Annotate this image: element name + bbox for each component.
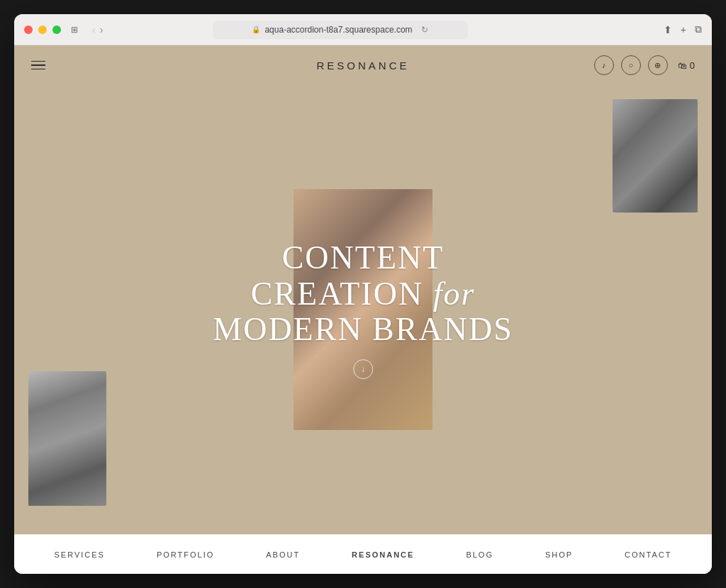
forward-arrow-icon[interactable]: › [100,24,104,35]
title-bar: ⊞ ‹ › 🔒 aqua-accordion-t8a7.squarespace.… [14,14,712,45]
back-arrow-icon[interactable]: ‹ [92,24,96,35]
hamburger-line [31,64,45,66]
footer-nav-shop[interactable]: SHOP [545,550,573,559]
maximize-button[interactable] [52,26,61,34]
footer-nav-contact[interactable]: CONTACT [625,550,671,559]
hamburger-menu[interactable] [31,61,45,70]
site-logo[interactable]: RESONANCE [316,60,409,72]
windows-icon[interactable]: ⧉ [695,23,702,35]
cart-count: 0 [690,60,695,71]
share-icon[interactable]: ⬆ [664,24,672,35]
titlebar-right: ⬆ + ⧉ [664,23,702,35]
person-figure [294,189,432,430]
site-footer: SERVICES PORTFOLIO ABOUT RESONANCE BLOG … [14,534,712,574]
footer-nav-about[interactable]: ABOUT [266,550,300,559]
close-button[interactable] [24,26,33,34]
center-portrait-image [294,189,432,430]
center-image-bg [294,189,432,430]
pinterest-icon[interactable]: ⊕ [648,55,668,75]
hamburger-line [31,61,45,62]
footer-nav-services[interactable]: SERVICES [54,550,104,559]
top-right-image-bg [613,99,698,213]
footer-nav-blog[interactable]: BLOG [466,550,493,559]
traffic-lights [24,26,61,34]
window-controls: ⊞ [71,25,78,35]
lock-icon: 🔒 [252,26,260,33]
url-text: aqua-accordion-t8a7.squarespace.com [264,25,412,35]
address-bar[interactable]: 🔒 aqua-accordion-t8a7.squarespace.com ↻ [213,21,468,39]
browser-window: ⊞ ‹ › 🔒 aqua-accordion-t8a7.squarespace.… [14,14,712,574]
nav-arrows: ‹ › [92,24,103,35]
cart-icon[interactable]: 🛍 0 [678,60,695,71]
hero-area: CONTENT CREATION for MODERN BRANDS ↓ [14,85,712,534]
hamburger-line [31,69,45,70]
website: RESONANCE ♪ ○ ⊕ 🛍 0 [14,45,712,574]
new-tab-icon[interactable]: + [681,24,686,35]
top-right-image [613,99,698,213]
footer-nav-portfolio[interactable]: PORTFOLIO [157,550,214,559]
header-right: ♪ ○ ⊕ 🛍 0 [594,55,695,75]
hero-for-text: for [433,276,476,312]
cart-bag-icon: 🛍 [678,60,687,71]
tiktok-icon[interactable]: ♪ [594,55,614,75]
bottom-left-image [28,371,106,506]
instagram-icon[interactable]: ○ [621,55,641,75]
footer-nav-resonance[interactable]: RESONANCE [352,550,414,559]
reload-icon[interactable]: ↻ [421,25,428,35]
site-header: RESONANCE ♪ ○ ⊕ 🛍 0 [14,45,712,85]
minimize-button[interactable] [38,26,47,34]
sidebar-toggle-icon[interactable]: ⊞ [71,25,78,35]
bottom-left-image-bg [28,371,106,506]
